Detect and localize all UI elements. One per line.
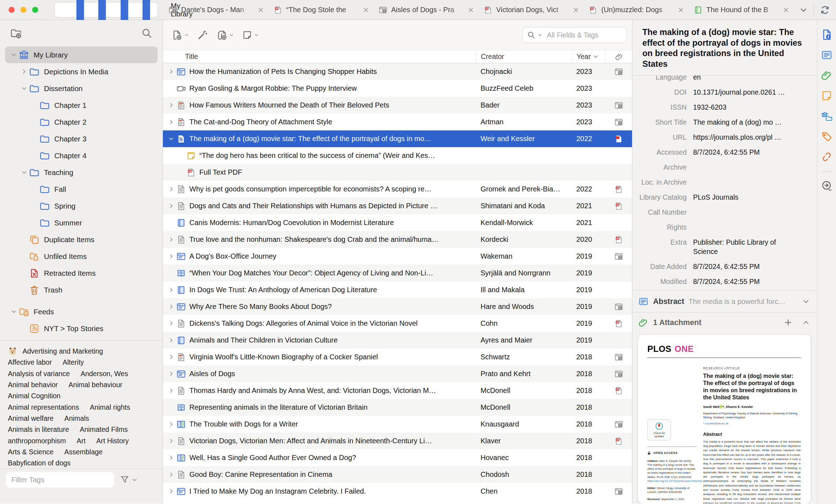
collection-search-icon[interactable]: [141, 28, 153, 39]
snapshot-attachment-icon[interactable]: [614, 420, 623, 429]
tag-animal-behaviour[interactable]: Animal behaviour: [69, 381, 123, 389]
tag-advertising-and-marketing[interactable]: Advertising and Marketing: [23, 347, 103, 355]
column-header-year[interactable]: Year: [572, 50, 606, 63]
tab-the-hound-of-the-b[interactable]: The Hound of the B: [688, 0, 793, 20]
sidebar-item-nyt-top-stories[interactable]: NYT > Top Stories: [5, 320, 158, 337]
tag-anderson-wes[interactable]: Anderson, Wes: [80, 370, 128, 378]
tab-un-muzzled-dogs[interactable]: (Un)muzzled: Dogs: [583, 0, 688, 20]
row-expand-chevron-icon[interactable]: [168, 371, 174, 377]
pdf-attachment-icon[interactable]: [614, 436, 623, 446]
abstract-pane-icon[interactable]: [821, 49, 833, 61]
locate-icon[interactable]: [821, 180, 833, 192]
add-attachment-icon[interactable]: [783, 318, 793, 327]
field-value[interactable]: https://journals.plos.org/pl …: [693, 133, 800, 142]
column-header-creator[interactable]: Creator: [475, 50, 572, 63]
sidebar-item-fall[interactable]: Fall: [5, 181, 158, 198]
close-tab-icon[interactable]: [782, 6, 790, 14]
field-value[interactable]: 8/7/2024, 6:42:55 PM: [693, 148, 800, 157]
new-note-button[interactable]: [242, 30, 259, 40]
attachment-pdf-preview[interactable]: PLOSONE Check forupdates OPEN ACCESS: [638, 335, 811, 504]
attachments-section-header[interactable]: 1 Attachment: [632, 313, 817, 333]
tag-filter-chevron-icon[interactable]: [131, 477, 138, 483]
list-row[interactable]: Thomas Hardy and Animals by Anna West, a…: [163, 382, 632, 399]
column-header-attachment[interactable]: [606, 50, 632, 63]
tab-dante-s-dogs-man[interactable]: Dante's Dogs - Man: [163, 0, 268, 20]
field-value[interactable]: 8/7/2024, 6:42:55 PM: [693, 277, 800, 286]
sidebar-item-chapter-4[interactable]: Chapter 4: [5, 147, 158, 164]
tab-my-library[interactable]: My Library: [55, 3, 158, 17]
field-value[interactable]: The making of a (dog) mo …: [693, 118, 800, 127]
row-expand-chevron-icon[interactable]: [168, 186, 174, 192]
tag-animal-rights[interactable]: Animal rights: [90, 403, 130, 411]
close-tab-icon[interactable]: [572, 6, 580, 14]
row-expand-chevron-icon[interactable]: [168, 236, 174, 243]
tag-alterity[interactable]: Alterity: [63, 358, 84, 366]
pdf-attachment-icon[interactable]: [614, 386, 623, 395]
sidebar-item-feeds[interactable]: Feeds: [5, 303, 158, 320]
snapshot-attachment-icon[interactable]: [614, 101, 623, 110]
tag-affective-labor[interactable]: Affective labor: [8, 358, 52, 366]
sidebar-item-unfiled-items[interactable]: Unfiled Items: [5, 248, 158, 265]
close-tab-icon[interactable]: [677, 6, 685, 14]
snapshot-attachment-icon[interactable]: [614, 118, 623, 127]
sidebar-item-my-library[interactable]: My Library: [5, 46, 158, 63]
row-expand-chevron-icon[interactable]: [168, 471, 174, 478]
snapshot-attachment-icon[interactable]: [614, 369, 623, 379]
abstract-section[interactable]: Abstract The media is a powerful forc…: [632, 290, 817, 313]
add-by-identifier-button[interactable]: [197, 29, 208, 41]
list-row[interactable]: Why Are There So Many Books About Dogs?H…: [163, 298, 632, 315]
item-info-icon[interactable]: [821, 29, 833, 41]
tree-down-chevron-icon[interactable]: [21, 169, 27, 175]
abstract-expand-chevron-icon[interactable]: [802, 298, 810, 305]
sidebar-item-retracted-items[interactable]: Retracted Items: [5, 265, 158, 281]
tag-anthropomorphism[interactable]: anthropomorphism: [8, 437, 66, 445]
list-row[interactable]: Good Boy: Canine Representation in Cinem…: [163, 466, 632, 483]
field-value[interactable]: 1932-6203: [693, 103, 800, 112]
sync-icon[interactable]: [820, 5, 830, 15]
tree-down-chevron-icon[interactable]: [11, 309, 17, 315]
notes-pane-icon[interactable]: [821, 90, 833, 102]
field-value[interactable]: en: [693, 76, 800, 82]
tag-filter-input[interactable]: [6, 472, 114, 488]
row-expand-chevron-icon[interactable]: [168, 136, 174, 142]
pdf-attachment-icon[interactable]: [614, 201, 623, 211]
list-row[interactable]: Virginia Woolf's Little-Known Biography …: [163, 349, 632, 365]
new-collection-icon[interactable]: [10, 27, 22, 39]
snapshot-attachment-icon[interactable]: [614, 67, 623, 76]
tab-aisles-of-dogs-pra[interactable]: Aisles of Dogs - Pra: [373, 0, 478, 20]
field-value[interactable]: 8/7/2024, 6:42:55 PM: [693, 262, 800, 271]
list-row[interactable]: How the Humanization of Pets Is Changing…: [163, 63, 632, 80]
list-row[interactable]: Canis Modernis: Human/Dog Coevolution in…: [163, 214, 632, 231]
pdf-attachment-icon[interactable]: [614, 134, 623, 144]
row-expand-chevron-icon[interactable]: [168, 203, 174, 209]
row-expand-chevron-icon[interactable]: [168, 119, 174, 125]
list-row[interactable]: Aisles of DogsPrato and Kehrt2018: [163, 365, 632, 382]
list-row[interactable]: A Dog's Box-Office JourneyWakeman2019: [163, 248, 632, 265]
tab-the-dog-stole-the[interactable]: “The Dog Stole the: [268, 0, 373, 20]
tag-animal-representations[interactable]: Animal representations: [8, 403, 79, 411]
row-expand-chevron-icon[interactable]: [168, 488, 174, 494]
row-expand-chevron-icon[interactable]: [168, 438, 174, 444]
list-row[interactable]: Full Text PDF: [163, 164, 632, 181]
list-row[interactable]: How Famous Writers Mourned the Death of …: [163, 97, 632, 114]
tree-right-chevron-icon[interactable]: [21, 69, 27, 75]
sidebar-item-depictions-in-media[interactable]: Depictions In Media: [5, 63, 158, 80]
close-window-button[interactable]: [9, 7, 15, 13]
list-row[interactable]: “The dog hero has been critical to the s…: [163, 147, 632, 164]
list-row[interactable]: True love and the nonhuman: Shakespeare'…: [163, 231, 632, 248]
sidebar-item-chapter-1[interactable]: Chapter 1: [5, 97, 158, 114]
tag-animated-films[interactable]: Animated Films: [80, 425, 128, 434]
sidebar-item-spring[interactable]: Spring: [5, 198, 158, 214]
list-row[interactable]: The Cat-and-Dog Theory of Attachment Sty…: [163, 114, 632, 130]
tag-animal-behavior[interactable]: Animal behavior: [8, 381, 58, 389]
close-tab-icon[interactable]: [467, 6, 475, 14]
pdf-attachment-icon[interactable]: [614, 319, 623, 328]
related-pane-icon[interactable]: [821, 151, 833, 163]
list-row[interactable]: Ryan Gosling & Margot Robbie: The Puppy …: [163, 80, 632, 97]
tag-arts-science[interactable]: Arts & Science: [8, 448, 54, 456]
pdf-attachment-icon[interactable]: [614, 185, 623, 194]
row-expand-chevron-icon[interactable]: [168, 388, 174, 394]
list-row[interactable]: Well, Has a Single Good Author Ever Owne…: [163, 449, 632, 466]
tag-animals[interactable]: Animals: [64, 414, 89, 423]
tag-animal-welfare[interactable]: Animal welfare: [8, 414, 54, 423]
